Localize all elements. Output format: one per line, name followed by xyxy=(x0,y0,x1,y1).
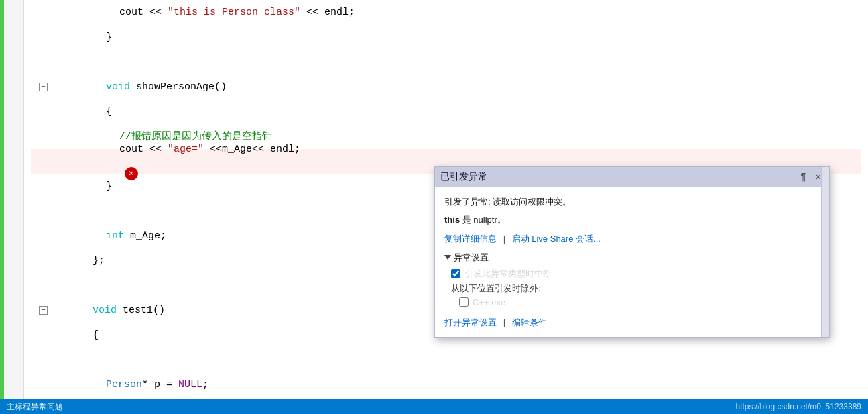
popup-title: 已引发异常 xyxy=(440,171,487,183)
popup-bottom-links: 打开异常设置 | 编辑条件 xyxy=(444,313,820,329)
code-line: } xyxy=(31,25,861,50)
break-on-exception-row: 引发此异常类型时中断 xyxy=(451,268,820,280)
popup-titlebar: 已引发异常 ¶ ✕ xyxy=(435,167,829,187)
popup-scrollbar[interactable] xyxy=(821,167,829,337)
popup-controls: ¶ ✕ xyxy=(798,170,824,184)
section-title: 异常设置 xyxy=(454,252,489,264)
checkbox-label: 引发此异常类型时中断 xyxy=(464,268,552,280)
editor-area: cout << "this is Person class" << endl; … xyxy=(0,0,868,414)
popup-body: 引发了异常: 读取访问权限冲突。 this 是 nullptr。 复制详细信息 … xyxy=(435,187,829,337)
popup-links: 复制详细信息 | 启动 Live Share 会话... xyxy=(444,233,820,245)
link-separator: | xyxy=(503,234,505,244)
break-on-exception-checkbox[interactable] xyxy=(451,269,460,278)
cpp-exe-checkbox[interactable] xyxy=(459,297,469,307)
popup-error-line1: 引发了异常: 读取访问权限冲突。 xyxy=(444,195,820,209)
except-from-label: 从以下位置引发时除外: xyxy=(451,282,820,295)
error-text-line2: 是 nullptr。 xyxy=(460,215,506,225)
exception-settings-header[interactable]: 异常设置 xyxy=(444,252,820,264)
exception-popup: 已引发异常 ¶ ✕ 引发了异常: 读取访问权限冲突。 this 是 nullpt… xyxy=(434,166,830,338)
edit-conditions-link[interactable]: 编辑条件 xyxy=(512,317,547,327)
status-right-text: https://blog.csdn.net/m0_51233389 xyxy=(736,402,861,411)
triangle-icon xyxy=(444,255,451,260)
status-left-text: 主标程异常问题 xyxy=(7,401,63,413)
exception-settings-section: 异常设置 引发此异常类型时中断 从以下位置引发时除外: C++.exe 打开异常… xyxy=(444,252,820,329)
this-keyword: this xyxy=(444,215,460,225)
bottom-separator: | xyxy=(503,317,505,327)
status-bar: 主标程异常问题 https://blog.csdn.net/m0_5123338… xyxy=(0,399,868,414)
line-gutter xyxy=(4,0,24,414)
popup-error-line2: this 是 nullptr。 xyxy=(444,213,820,227)
live-share-link[interactable]: 启动 Live Share 会话... xyxy=(512,234,601,244)
copy-details-link[interactable]: 复制详细信息 xyxy=(444,234,497,244)
cpp-exe-row: C++.exe xyxy=(459,297,820,307)
cpp-exe-label: C++.exe xyxy=(473,297,505,307)
code-line: cout << "this is Person class" << endl; xyxy=(31,0,861,25)
code-line: − void showPersonAge() xyxy=(31,74,861,99)
open-exception-settings-link[interactable]: 打开异常设置 xyxy=(444,317,497,327)
popup-pin-button[interactable]: ¶ xyxy=(798,170,808,184)
error-text-line1: 引发了异常: 读取访问权限冲突。 xyxy=(444,197,571,207)
